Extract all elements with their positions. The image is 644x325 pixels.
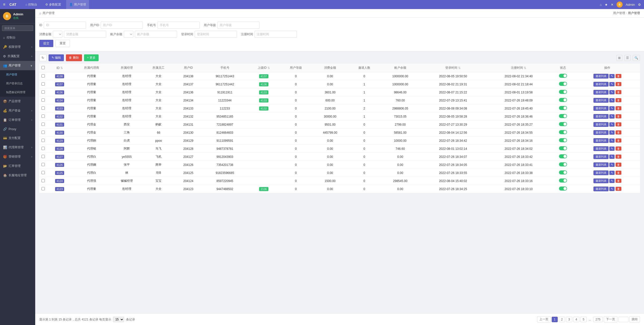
sidebar-item-product[interactable]: 📦 产品管理 (0, 97, 35, 106)
row-edit-button[interactable]: ✎ (609, 98, 615, 102)
invite-button[interactable]: 邀请列表 (593, 114, 609, 119)
delete-button[interactable]: 🗑 删除 (66, 54, 82, 61)
row-checkbox[interactable] (42, 155, 45, 158)
status-toggle[interactable] (559, 106, 567, 110)
row-checkbox[interactable] (42, 163, 45, 166)
invite-button[interactable]: 邀请列表 (593, 146, 609, 151)
balance-select[interactable] (124, 31, 133, 38)
search-button[interactable]: 🔍 (633, 55, 640, 61)
status-toggle[interactable] (559, 122, 567, 126)
invite-button[interactable]: 邀请列表 (593, 187, 609, 191)
reset-button[interactable]: 重置 (55, 40, 70, 47)
settings-icon[interactable]: ⚙ (638, 3, 641, 7)
invite-button[interactable]: 邀请列表 (593, 138, 609, 143)
consume-input[interactable] (64, 31, 106, 38)
nav-params[interactable]: ⚙ 参数配置 (42, 0, 64, 9)
row-delete-button[interactable]: 🗑 (616, 130, 621, 134)
row-edit-button[interactable]: ✎ (609, 106, 615, 111)
page-4-button[interactable]: 4 (573, 317, 580, 322)
invite-button[interactable]: 邀请列表 (593, 74, 609, 79)
row-delete-button[interactable]: 🗑 (616, 90, 621, 94)
invite-button[interactable]: 邀请列表 (593, 122, 609, 127)
row-checkbox[interactable] (42, 147, 45, 150)
sidebar-search-input[interactable] (2, 25, 33, 31)
row-edit-button[interactable]: ✎ (609, 179, 615, 183)
row-edit-button[interactable]: ✎ (609, 147, 615, 151)
status-toggle[interactable] (559, 162, 567, 166)
status-toggle[interactable] (559, 170, 567, 174)
sort-icon[interactable]: ⇅ (60, 66, 63, 70)
nav-dashboard[interactable]: ⌂ 控制台 (22, 0, 40, 9)
row-edit-button[interactable]: ✎ (609, 114, 615, 119)
page-jump-input[interactable] (618, 317, 628, 322)
row-delete-button[interactable]: 🗑 (616, 74, 621, 78)
status-toggle[interactable] (559, 187, 567, 191)
sidebar-item-account[interactable]: 📂 汇率管理 (0, 161, 35, 171)
row-checkbox[interactable] (42, 187, 45, 190)
phone-input[interactable] (157, 22, 200, 29)
sidebar-item-payment[interactable]: 💳 支付配置 (0, 133, 35, 143)
sidebar-item-user-mgmt[interactable]: 用户管理 (0, 70, 35, 79)
home-icon[interactable]: ⌂ (600, 3, 602, 7)
row-checkbox[interactable] (42, 106, 45, 110)
row-delete-button[interactable]: 🗑 (616, 98, 621, 102)
list-button[interactable]: ☰ (624, 55, 631, 61)
row-edit-button[interactable]: ✎ (609, 155, 615, 159)
sidebar-item-config[interactable]: ⚙ 所属配置 › (0, 52, 35, 61)
next-page-button[interactable]: 下一页 (604, 316, 617, 322)
sidebar-item-kyc[interactable]: 知悉验证码管理 (0, 88, 35, 97)
invite-button[interactable]: 邀请列表 (593, 82, 609, 87)
invite-button[interactable]: 邀请列表 (593, 178, 609, 183)
status-toggle[interactable] (559, 98, 567, 102)
row-delete-button[interactable]: 🗑 (616, 106, 621, 110)
invite-button[interactable]: 邀请列表 (593, 154, 609, 159)
row-edit-button[interactable]: ✎ (609, 82, 615, 86)
sort-reg-icon[interactable]: ⇅ (524, 66, 526, 70)
row-edit-button[interactable]: ✎ (609, 122, 615, 127)
sidebar-item-user-fund[interactable]: 💰 用户资金 › (0, 106, 35, 115)
row-checkbox[interactable] (42, 115, 45, 118)
submit-button[interactable]: 提交 (39, 40, 53, 47)
row-delete-button[interactable]: 🗑 (616, 82, 621, 86)
id-input[interactable] (44, 22, 86, 29)
sidebar-item-order[interactable]: 📋 订单管理 › (0, 115, 35, 125)
sidebar-item-proxy[interactable]: 🔗 Proxy (0, 125, 35, 133)
row-checkbox[interactable] (42, 179, 45, 182)
row-edit-button[interactable]: ✎ (609, 171, 615, 175)
star-icon[interactable]: ★ (605, 3, 608, 7)
row-delete-button[interactable]: 🗑 (616, 171, 621, 175)
row-checkbox[interactable] (42, 98, 45, 102)
sidebar-item-user[interactable]: 👥 用户管理 ∨ (0, 61, 35, 70)
hamburger-icon[interactable]: ≡ (3, 2, 5, 7)
login-time-input[interactable] (195, 31, 237, 38)
row-edit-button[interactable]: ✎ (609, 130, 615, 135)
invite-button[interactable]: 邀请列表 (593, 162, 609, 167)
status-toggle[interactable] (559, 146, 567, 150)
status-toggle[interactable] (559, 154, 567, 158)
page-2-button[interactable]: 2 (559, 317, 565, 322)
edit-button[interactable]: ✎ 编辑 (49, 54, 64, 61)
status-toggle[interactable] (559, 74, 567, 78)
sidebar-item-agent-sales[interactable]: 📊 代理商管理 › (0, 143, 35, 152)
row-delete-button[interactable]: 🗑 (616, 122, 621, 126)
page-5-button[interactable]: 5 (580, 317, 587, 322)
row-edit-button[interactable]: ✎ (609, 187, 615, 191)
row-delete-button[interactable]: 🗑 (616, 155, 621, 159)
sort-login-icon[interactable]: ⇅ (458, 66, 461, 70)
page-3-button[interactable]: 3 (566, 317, 572, 322)
page-1-button[interactable]: 1 (552, 317, 558, 322)
row-checkbox[interactable] (42, 82, 45, 86)
per-page-select[interactable]: 15 20 50 (113, 317, 124, 322)
close-icon[interactable]: ✕ (611, 3, 614, 7)
user-level-input[interactable] (217, 22, 260, 29)
row-delete-button[interactable]: 🗑 (616, 187, 621, 191)
refresh-button[interactable]: ↻ (39, 54, 47, 61)
row-checkbox[interactable] (42, 131, 45, 134)
consume-select[interactable] (53, 31, 62, 38)
sidebar-item-promo[interactable]: 🎁 营销管理 › (0, 152, 35, 161)
reg-time-input[interactable] (255, 31, 297, 38)
userid-input[interactable] (101, 22, 143, 29)
row-checkbox[interactable] (42, 90, 45, 94)
row-delete-button[interactable]: 🗑 (616, 114, 621, 118)
row-checkbox[interactable] (42, 123, 45, 126)
